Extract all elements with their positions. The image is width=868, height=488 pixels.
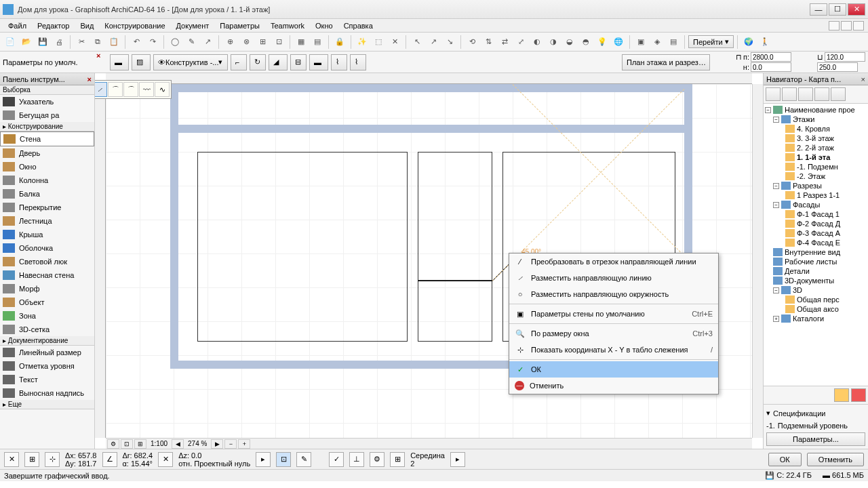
ctx-place-circle[interactable]: ○Разместить направляющую окружность [509, 286, 718, 302]
tool-wall[interactable]: Стена [0, 131, 94, 146]
tree-elev-3[interactable]: Ф-3 Фасад А [765, 228, 867, 238]
thickness-input[interactable] [825, 52, 865, 62]
nav-more-icon[interactable] [831, 87, 846, 101]
ctx-fit-window[interactable]: 🔍По размеру окнаCtrl+3 [509, 325, 718, 342]
ctx-show-coords[interactable]: ⊹Показать координаты X - Y в табло слеже… [509, 342, 718, 358]
view2-icon[interactable]: ◈ [650, 35, 665, 49]
arrow-icon[interactable]: ↗ [200, 35, 215, 49]
zoom-prev-icon[interactable]: ◀ [172, 439, 184, 449]
tool-skylight[interactable]: Световой люк [0, 255, 94, 268]
snap1-icon[interactable]: ⊕ [222, 35, 237, 49]
nav-project-icon[interactable] [766, 87, 781, 101]
ctx-convert-segment[interactable]: ∕Преобразовать в отрезок направляющей ли… [509, 253, 718, 270]
tree-story-m2[interactable]: -2. Этаж [765, 171, 867, 181]
tool-stair[interactable]: Лестница [0, 214, 94, 228]
lock-icon[interactable]: 🔒 [332, 35, 347, 49]
tool-morph[interactable]: Морф [0, 282, 94, 296]
tool-object[interactable]: Объект [0, 296, 94, 309]
tool-door[interactable]: Дверь [0, 146, 94, 160]
polar-icon[interactable]: ∠ [102, 452, 117, 467]
coord-close-icon[interactable]: ✕ [4, 452, 19, 467]
paste-icon[interactable]: 📋 [106, 35, 121, 49]
tree-details[interactable]: Детали [765, 266, 867, 276]
gear2-icon[interactable]: ⊞ [390, 452, 405, 467]
zoom-in-icon[interactable]: + [238, 439, 250, 449]
snap3-icon[interactable]: ⊞ [255, 35, 270, 49]
globe-icon[interactable]: 🌐 [611, 35, 626, 49]
zoom-opts-icon[interactable]: ⚙ [107, 439, 119, 449]
ctx-ok[interactable]: ✓ОК [509, 361, 718, 378]
tree-elev-4[interactable]: Ф-4 Фасад Е [765, 238, 867, 247]
constructive-dropdown[interactable]: 👁 Конструктив -... ▾ [153, 54, 228, 70]
group-document[interactable]: ▸ Документирование [0, 336, 94, 346]
tree-story-2[interactable]: 2. 2-й этаж [765, 143, 867, 152]
menu-options[interactable]: Параметры [214, 20, 265, 31]
group-select[interactable]: Выборка [0, 85, 94, 95]
coord-ok-button[interactable]: ОК [768, 453, 802, 466]
pencil-icon[interactable]: ✎ [184, 35, 199, 49]
tool-mesh[interactable]: 3D-сетка [0, 323, 94, 336]
mdi-minimize[interactable] [829, 21, 840, 30]
zoom-label[interactable]: 274 % [185, 440, 210, 447]
redo-icon[interactable]: ↷ [145, 35, 160, 49]
edit8-icon[interactable]: ◓ [578, 35, 593, 49]
view1-icon[interactable]: ▣ [633, 35, 648, 49]
tool-curtain[interactable]: Навесная стена [0, 268, 94, 282]
scrollbar-vertical[interactable] [752, 84, 763, 438]
cursor3-icon[interactable]: ↘ [442, 35, 457, 49]
tree-elev-2[interactable]: Ф-2 Фасад Д [765, 219, 867, 228]
toolpanel-close-icon[interactable]: × [87, 75, 92, 83]
tree-story-4[interactable]: 4. Кровля [765, 124, 867, 134]
edit2-icon[interactable]: ⇅ [481, 35, 496, 49]
menu-file[interactable]: Файл [3, 20, 32, 31]
ctx-place-line[interactable]: ⟋Разместить направляющую линию [509, 270, 718, 286]
coord-cancel-button[interactable]: Отменить [807, 453, 864, 466]
mdi-close[interactable] [853, 21, 864, 30]
tree-story-3[interactable]: 3. 3-й этаж [765, 134, 867, 143]
pick-icon[interactable]: ◯ [167, 35, 182, 49]
nav2-icon[interactable]: 🚶 [757, 35, 772, 49]
nav-publisher-icon[interactable] [814, 87, 829, 101]
grid1-icon[interactable]: ▦ [294, 35, 309, 49]
magic-icon[interactable]: ✨ [355, 35, 370, 49]
geom4-button[interactable]: ⊟ [290, 54, 307, 70]
menu-document[interactable]: Документ [171, 20, 215, 31]
hatch-button[interactable]: ▨ [132, 54, 151, 70]
go-button[interactable]: Перейти▾ [688, 35, 734, 48]
group-konstruct[interactable]: ▸ Конструирование [0, 122, 94, 131]
drawmode-arc1-icon[interactable]: ⌒ [108, 82, 123, 97]
cut-icon[interactable]: ✂ [74, 35, 89, 49]
sel-icon[interactable]: ⬚ [371, 35, 386, 49]
tree-3ddocs[interactable]: 3D-документы [765, 276, 867, 285]
minimize-button[interactable]: — [810, 3, 827, 16]
gear1-icon[interactable]: ⚙ [370, 452, 384, 467]
x-icon[interactable]: ✕ [387, 35, 402, 49]
bulb-icon[interactable]: 💡 [595, 35, 610, 49]
edit1-icon[interactable]: ⟲ [465, 35, 479, 49]
bottom-height-input[interactable] [751, 62, 791, 72]
menu-help[interactable]: Справка [338, 20, 378, 31]
menu-edit[interactable]: Редактор [32, 20, 75, 31]
nav-new-icon[interactable] [834, 388, 849, 402]
menu-teamwork[interactable]: Teamwork [265, 20, 310, 31]
scrollbar-horizontal[interactable] [251, 438, 752, 449]
nav1-icon[interactable]: 🌍 [741, 35, 756, 49]
geom1-button[interactable]: ⌐ [231, 54, 247, 70]
tool-pointer[interactable]: Указатель [0, 95, 94, 108]
z-icon[interactable]: ✕ [158, 452, 173, 467]
display1-button[interactable]: ▬ [309, 54, 328, 70]
tree-persp[interactable]: Общая перс [765, 295, 867, 304]
zoom-fit-icon[interactable]: ⊡ [121, 439, 133, 449]
tree-worksheets[interactable]: Рабочие листы [765, 257, 867, 266]
open-icon[interactable]: 📂 [19, 35, 34, 49]
tree-axo[interactable]: Общая аксо [765, 304, 867, 314]
display3-button[interactable]: ⌇ [350, 54, 366, 70]
tree-story-m1[interactable]: -1. Подземн [765, 162, 867, 171]
tool-marquee[interactable]: Бегущая ра [0, 108, 94, 122]
tree-elev-1[interactable]: Ф-1 Фасад 1 [765, 209, 867, 219]
group-more[interactable]: ▸ Еще [0, 400, 94, 409]
tool-beam[interactable]: Балка [0, 187, 94, 201]
edit4-icon[interactable]: ⤢ [513, 35, 528, 49]
ctx-cancel[interactable]: —Отменить [509, 378, 718, 394]
tree-root[interactable]: −Наименование прое [765, 105, 867, 115]
